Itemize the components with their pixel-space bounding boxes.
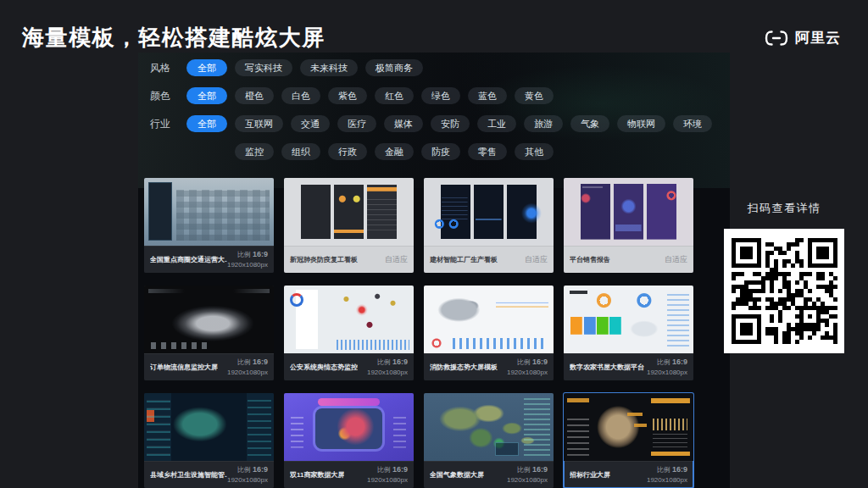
filter-label: 行业 <box>145 115 179 132</box>
qr-code-image <box>731 237 838 345</box>
template-card[interactable]: 订单物流信息监控大屏 比例 16:91920x1080px <box>144 286 274 380</box>
filter-pill[interactable]: 安防 <box>431 115 470 132</box>
template-gallery-page: 海量模板，轻松搭建酷炫大屏 阿里云 风格 全部 写实科技未来科技极简商务 颜色 … <box>0 0 868 488</box>
template-meta: 比例 16:91920x1080px <box>227 249 268 270</box>
filter-pill[interactable]: 物联网 <box>617 115 665 132</box>
filter-pill[interactable]: 金融 <box>375 143 414 160</box>
template-thumbnail <box>144 286 274 353</box>
filter-row: 颜色 全部 橙色白色紫色红色绿色蓝色黄色 <box>145 87 725 104</box>
filter-pill[interactable]: 旅游 <box>524 115 563 132</box>
template-meta: 比例 16:91920x1080px <box>367 357 408 378</box>
template-name: 双11商家数据大屏 <box>290 470 344 480</box>
filter-pill[interactable]: 交通 <box>291 115 330 132</box>
template-card[interactable]: 建材智能工厂生产看板 自适应 <box>424 178 554 273</box>
template-label-bar: 双11商家数据大屏 比例 16:91920x1080px <box>284 461 414 488</box>
template-name: 新冠肺炎防疫复工看板 <box>290 255 358 264</box>
filter-pill[interactable]: 互联网 <box>235 115 283 132</box>
template-card[interactable]: 消防救援态势大屏模板 比例 16:91920x1080px <box>424 286 554 380</box>
filter-pill[interactable]: 医疗 <box>337 115 376 132</box>
template-label-bar: 平台销售报告 自适应 <box>564 246 693 273</box>
filter-pill[interactable]: 绿色 <box>421 87 460 104</box>
filter-pill[interactable]: 其他 <box>515 143 554 160</box>
template-name: 数字农家书屋大数据平台 <box>570 363 644 372</box>
filter-pill[interactable]: 行政 <box>328 143 367 160</box>
template-thumbnail <box>284 286 414 353</box>
qr-code <box>724 229 844 353</box>
filter-pill[interactable]: 黄色 <box>515 87 554 104</box>
template-label-bar: 全国重点商圈交通运营大... 比例 16:91920x1080px <box>144 246 274 273</box>
template-thumbnail <box>424 393 554 461</box>
template-card[interactable]: 双11商家数据大屏 比例 16:91920x1080px <box>284 393 414 488</box>
filter-pill[interactable]: 媒体 <box>384 115 423 132</box>
filter-pill[interactable]: 全部 <box>186 87 227 104</box>
template-name: 公安系统舆情态势监控 <box>290 363 358 372</box>
template-name: 全国气象数据大屏 <box>430 470 484 480</box>
template-meta: 自适应 <box>385 254 408 265</box>
filter-pill[interactable]: 橙色 <box>235 87 274 104</box>
template-label-bar: 订单物流信息监控大屏 比例 16:91920x1080px <box>144 353 274 380</box>
template-card[interactable]: 全国气象数据大屏 比例 16:91920x1080px <box>424 393 554 488</box>
page-title: 海量模板，轻松搭建酷炫大屏 <box>22 23 326 53</box>
filter-pill[interactable]: 白色 <box>281 87 320 104</box>
template-card[interactable]: 数字农家书屋大数据平台 比例 16:91920x1080px <box>564 286 693 380</box>
filter-pill[interactable]: 防疫 <box>421 143 460 160</box>
template-name: 县域乡村卫生设施智能管... <box>150 470 227 480</box>
filter-row: 行业 全部 互联网交通医疗媒体安防工业旅游气象物联网环境监控组织行政金融防疫零售… <box>145 115 725 160</box>
filter-pill[interactable]: 气象 <box>570 115 609 132</box>
qr-caption: 扫码查看详情 <box>724 201 844 216</box>
template-card[interactable]: 招标行业大屏 比例 16:91920x1080px <box>564 393 693 488</box>
filter-pill[interactable]: 工业 <box>477 115 516 132</box>
template-meta: 自适应 <box>525 254 548 265</box>
filter-pill[interactable]: 全部 <box>186 59 227 76</box>
template-name: 消防救援态势大屏模板 <box>430 363 498 372</box>
template-meta: 比例 16:91920x1080px <box>367 464 408 485</box>
template-meta: 比例 16:91920x1080px <box>227 357 268 378</box>
template-thumbnail <box>144 393 274 461</box>
template-card[interactable]: 公安系统舆情态势监控 比例 16:91920x1080px <box>284 286 414 380</box>
filter-pill[interactable]: 全部 <box>186 115 227 132</box>
template-thumbnail <box>564 286 693 353</box>
template-meta: 比例 16:91920x1080px <box>647 357 687 378</box>
brand-name: 阿里云 <box>795 28 841 47</box>
template-thumbnail <box>424 286 554 353</box>
template-meta: 比例 16:91920x1080px <box>227 464 268 485</box>
filter-pill[interactable]: 极简商务 <box>365 59 423 76</box>
template-thumbnail <box>284 393 414 461</box>
filter-pill[interactable]: 零售 <box>468 143 507 160</box>
template-card[interactable]: 全国重点商圈交通运营大... 比例 16:91920x1080px <box>144 178 274 273</box>
template-meta: 比例 16:91920x1080px <box>647 464 687 485</box>
template-card[interactable]: 平台销售报告 自适应 <box>564 178 693 273</box>
template-label-bar: 建材智能工厂生产看板 自适应 <box>424 246 554 273</box>
filter-pill[interactable]: 蓝色 <box>468 87 507 104</box>
filter-pill[interactable]: 组织 <box>281 143 320 160</box>
template-label-bar: 新冠肺炎防疫复工看板 自适应 <box>284 246 414 273</box>
filter-pill[interactable]: 未来科技 <box>300 59 358 76</box>
filter-pill[interactable]: 监控 <box>235 143 274 160</box>
alibaba-cloud-logo-icon <box>764 30 789 47</box>
template-card[interactable]: 新冠肺炎防疫复工看板 自适应 <box>284 178 414 273</box>
filter-pill[interactable]: 环境 <box>673 115 712 132</box>
content-panel: 风格 全部 写实科技未来科技极简商务 颜色 全部 橙色白色紫色红色绿色蓝色黄色 … <box>138 53 730 488</box>
template-name: 建材智能工厂生产看板 <box>430 255 498 264</box>
template-label-bar: 消防救援态势大屏模板 比例 16:91920x1080px <box>424 353 554 380</box>
template-label-bar: 县域乡村卫生设施智能管... 比例 16:91920x1080px <box>144 461 274 488</box>
filter-options: 橙色白色紫色红色绿色蓝色黄色 <box>235 87 725 104</box>
filters: 风格 全部 写实科技未来科技极简商务 颜色 全部 橙色白色紫色红色绿色蓝色黄色 … <box>145 59 725 171</box>
template-label-bar: 公安系统舆情态势监控 比例 16:91920x1080px <box>284 353 414 380</box>
filter-label: 风格 <box>145 59 179 76</box>
template-label-bar: 全国气象数据大屏 比例 16:91920x1080px <box>424 461 554 488</box>
template-card[interactable]: 县域乡村卫生设施智能管... 比例 16:91920x1080px <box>144 393 274 488</box>
template-name: 全国重点商圈交通运营大... <box>150 255 227 264</box>
template-meta: 自适应 <box>665 254 687 265</box>
template-thumbnail <box>284 178 414 246</box>
template-label-bar: 招标行业大屏 比例 16:91920x1080px <box>564 461 693 488</box>
template-name: 招标行业大屏 <box>570 470 610 480</box>
filter-pill[interactable]: 写实科技 <box>235 59 292 76</box>
filter-pill[interactable]: 紫色 <box>328 87 367 104</box>
template-thumbnail <box>564 178 693 246</box>
filter-pill[interactable]: 红色 <box>375 87 414 104</box>
template-grid: 全国重点商圈交通运营大... 比例 16:91920x1080px 新冠肺炎防疫… <box>144 178 693 488</box>
template-meta: 比例 16:91920x1080px <box>507 464 548 485</box>
filter-label: 颜色 <box>145 87 179 104</box>
template-thumbnail <box>144 178 274 246</box>
